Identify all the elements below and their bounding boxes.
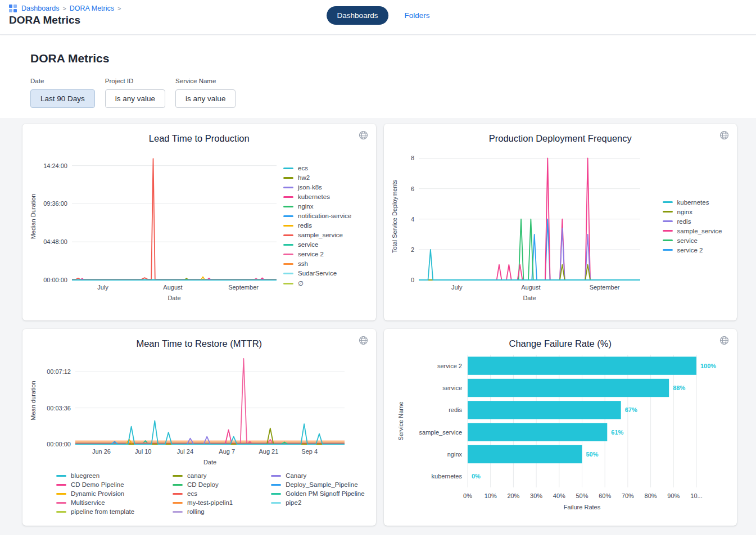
- globe-icon[interactable]: [719, 336, 729, 347]
- filter-service-name-value[interactable]: is any value: [175, 89, 236, 108]
- svg-text:service: service: [442, 385, 462, 391]
- legend-item: service 2: [283, 251, 351, 257]
- legend-swatch: [283, 244, 293, 246]
- legend-label: ssh: [298, 260, 308, 267]
- legend-swatch: [271, 502, 281, 504]
- change-failure-rate-chart: 0%10%20%30%40%50%60%70%80%90%10...Failur…: [396, 349, 725, 518]
- breadcrumb-dora-metrics[interactable]: DORA Metrics: [70, 4, 114, 12]
- svg-text:Failure Rates: Failure Rates: [564, 504, 601, 510]
- legend-swatch: [283, 225, 293, 227]
- svg-text:July: July: [97, 284, 108, 291]
- svg-text:nginx: nginx: [447, 451, 463, 458]
- card-production-deployment-frequency: Production Deployment Frequency 02468Jul…: [384, 124, 737, 320]
- filter-service-name-label: Service Name: [175, 78, 236, 84]
- legend-item: redis: [283, 222, 351, 229]
- svg-text:4: 4: [410, 216, 414, 223]
- legend-label: notification-service: [298, 213, 351, 219]
- legend-label: rolling: [187, 508, 205, 515]
- filter-date-value[interactable]: Last 90 Days: [30, 89, 95, 108]
- legend-swatch: [56, 502, 66, 504]
- legend-label: json-k8s: [298, 184, 322, 191]
- filter-project-id-value[interactable]: is any value: [105, 89, 165, 108]
- svg-text:redis: redis: [449, 406, 462, 413]
- svg-text:40%: 40%: [553, 492, 565, 499]
- chart-title: Mean Time to Restore (MTTR): [28, 338, 370, 349]
- legend-label: pipe2: [286, 499, 301, 506]
- svg-text:00:00:00: 00:00:00: [43, 277, 67, 283]
- legend-item: ssh: [283, 260, 351, 267]
- breadcrumb-separator: >: [62, 5, 66, 12]
- filter-project-id: Project ID is any value: [105, 78, 165, 108]
- legend-label: Multiservice: [71, 499, 105, 506]
- globe-icon[interactable]: [719, 130, 729, 142]
- legend-swatch: [56, 475, 66, 477]
- card-mean-time-to-restore: Mean Time to Restore (MTTR) 00:00:0000:0…: [22, 329, 376, 526]
- legend-label: pipeline from template: [71, 508, 134, 515]
- legend-item: Golden PM Signoff Pipeline: [271, 490, 370, 497]
- svg-text:September: September: [228, 284, 259, 291]
- svg-text:70%: 70%: [622, 492, 634, 499]
- legend-label: ecs: [187, 490, 197, 497]
- legend-item: nginx: [663, 209, 722, 215]
- legend-label: Dynamic Provision: [71, 490, 124, 497]
- legend-label: my-test-pipelin1: [187, 499, 233, 506]
- tab-dashboards[interactable]: Dashboards: [327, 6, 389, 25]
- svg-text:Median Duration: Median Duration: [30, 194, 37, 239]
- svg-text:8: 8: [410, 155, 414, 161]
- legend-item: CD Deploy: [173, 481, 238, 488]
- svg-text:service 2: service 2: [437, 363, 462, 369]
- deployment-frequency-chart: 02468JulyAugustSeptemberDateTotal Servic…: [390, 144, 648, 308]
- legend-label: bluegreen: [71, 472, 99, 479]
- legend-swatch: [283, 177, 293, 179]
- legend-item: ecs: [283, 165, 351, 171]
- breadcrumb-separator: >: [117, 5, 121, 12]
- svg-text:Jun 26: Jun 26: [92, 448, 111, 455]
- legend-item: CD Demo Pipeline: [56, 481, 140, 488]
- svg-text:Sep 4: Sep 4: [301, 448, 318, 455]
- svg-text:10%: 10%: [485, 492, 497, 499]
- legend-item: service: [663, 237, 722, 244]
- svg-text:14:24:00: 14:24:00: [43, 162, 67, 169]
- legend-label: redis: [298, 222, 312, 229]
- header-tabs: Dashboards Folders: [327, 6, 430, 25]
- lead-time-chart: 00:00:0004:48:0009:36:0014:24:00JulyAugu…: [28, 144, 281, 308]
- legend-swatch: [56, 511, 66, 513]
- globe-icon[interactable]: [359, 130, 368, 142]
- legend-swatch: [283, 206, 293, 207]
- breadcrumb-dashboards[interactable]: Dashboards: [21, 4, 59, 12]
- chart-title: Lead Time to Production: [28, 133, 370, 144]
- card-lead-time-to-production: Lead Time to Production 00:00:0004:48:00…: [22, 124, 376, 320]
- mttr-chart: 00:00:0000:03:3600:07:12Jun 26Jul 10Jul …: [28, 349, 351, 470]
- svg-text:0%: 0%: [472, 473, 481, 480]
- legend-swatch: [173, 493, 183, 495]
- legend-swatch: [283, 273, 293, 274]
- legend-item: canary: [173, 472, 238, 479]
- legend-swatch: [56, 484, 66, 486]
- legend-label: kubernetes: [677, 199, 709, 206]
- legend-swatch: [663, 230, 673, 232]
- svg-text:20%: 20%: [508, 492, 520, 499]
- legend-swatch: [271, 484, 281, 486]
- svg-text:80%: 80%: [645, 492, 657, 499]
- legend-label: Canary: [286, 472, 306, 479]
- legend-label: kubernetes: [298, 193, 330, 200]
- legend-swatch: [173, 475, 183, 477]
- card-change-failure-rate: Change Failure Rate (%) 0%10%20%30%40%50…: [384, 329, 737, 526]
- legend-label: nginx: [298, 203, 314, 210]
- legend-item: Dynamic Provision: [56, 490, 140, 497]
- legend-label: service: [298, 241, 318, 248]
- legend-swatch: [56, 493, 66, 495]
- svg-text:August: August: [163, 284, 182, 291]
- filter-service-name: Service Name is any value: [175, 78, 236, 108]
- mttr-legend: bluegreencanaryCanaryCD Demo PipelineCD …: [56, 472, 370, 515]
- legend-item: redis: [663, 218, 722, 225]
- legend-label: CD Deploy: [187, 481, 219, 488]
- svg-text:50%: 50%: [576, 492, 588, 499]
- legend-swatch: [173, 484, 183, 486]
- tab-folders[interactable]: Folders: [404, 11, 429, 20]
- svg-text:Mean duration: Mean duration: [30, 381, 37, 420]
- svg-text:Jul 24: Jul 24: [177, 448, 193, 455]
- svg-text:Jul 10: Jul 10: [135, 448, 151, 455]
- globe-icon[interactable]: [359, 336, 368, 347]
- svg-text:60%: 60%: [599, 492, 611, 499]
